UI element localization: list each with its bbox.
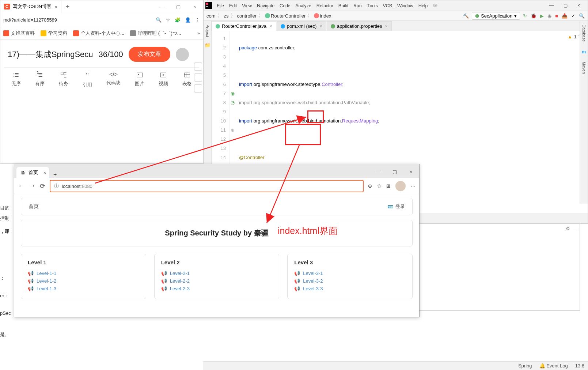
close-icon[interactable]: × bbox=[319, 23, 322, 29]
close-icon[interactable]: × bbox=[575, 2, 582, 9]
menu-run[interactable]: Run bbox=[351, 2, 364, 9]
run-icon[interactable]: ↻ bbox=[523, 13, 527, 19]
editor-tab[interactable]: RouterController.java× bbox=[212, 21, 276, 31]
horn-icon: 📢 bbox=[28, 278, 34, 284]
layout-tool-icon[interactable] bbox=[194, 73, 202, 82]
new-tab-button[interactable]: + bbox=[61, 3, 74, 11]
home-link[interactable]: 首页 bbox=[29, 203, 39, 210]
menu-file[interactable]: File bbox=[215, 2, 226, 9]
preview-tool-icon[interactable] bbox=[194, 84, 202, 92]
favorites-icon[interactable]: ✩ bbox=[377, 183, 381, 189]
event-log[interactable]: 🔔 Event Log bbox=[539, 363, 568, 369]
git-update-icon[interactable]: 📥 bbox=[562, 13, 568, 19]
project-tool[interactable]: Project bbox=[205, 24, 210, 37]
url-text[interactable]: md/?articleId=112705589 bbox=[3, 17, 152, 23]
level-link[interactable]: 📢Level-1-3 bbox=[28, 286, 139, 291]
minimize-icon[interactable]: — bbox=[547, 2, 556, 9]
minimize-icon[interactable]: — bbox=[153, 0, 170, 13]
maximize-icon[interactable]: ▢ bbox=[170, 0, 186, 13]
spring-status[interactable]: Spring bbox=[518, 363, 532, 369]
close-icon[interactable]: × bbox=[269, 23, 272, 29]
close-icon[interactable]: × bbox=[54, 4, 57, 10]
build-icon[interactable]: 🔨 bbox=[463, 13, 469, 19]
menu-refactor[interactable]: Refactor bbox=[314, 2, 335, 9]
structure-icon[interactable]: 📁 bbox=[205, 42, 210, 48]
new-tab-button[interactable]: + bbox=[49, 171, 61, 178]
star-icon[interactable]: ☆ bbox=[166, 17, 170, 23]
minimize-icon[interactable]: — bbox=[370, 165, 386, 178]
user-avatar[interactable] bbox=[176, 48, 189, 61]
feedback-icon[interactable]: ⊕ bbox=[368, 183, 372, 189]
menu-icon[interactable]: ⋮ bbox=[195, 17, 200, 23]
tb-quote[interactable]: "引用 bbox=[83, 71, 92, 88]
forward-icon[interactable]: → bbox=[29, 182, 35, 190]
level-link[interactable]: 📢Level-2-1 bbox=[161, 271, 273, 276]
bookmark-item[interactable]: 学习资料 bbox=[41, 30, 67, 37]
reload-icon[interactable]: ⟳ bbox=[40, 182, 45, 190]
menu-tools[interactable]: Tools bbox=[365, 2, 380, 9]
editor-tab[interactable]: application.properties× bbox=[327, 21, 392, 31]
menu-navigate[interactable]: Navigate bbox=[255, 2, 277, 9]
tb-video[interactable]: 视频 bbox=[159, 71, 168, 88]
edge-tab[interactable]: 🗎 首页 × bbox=[16, 167, 49, 178]
close-icon[interactable]: × bbox=[403, 165, 419, 178]
git-commit-icon[interactable]: ✓ bbox=[571, 13, 575, 19]
menu-view[interactable]: View bbox=[240, 2, 254, 9]
level-link[interactable]: 📢Level-1-1 bbox=[28, 271, 139, 276]
level-link[interactable]: 📢Level-3-1 bbox=[294, 271, 406, 276]
database-tool[interactable]: Database bbox=[582, 24, 586, 42]
profile-avatar[interactable] bbox=[395, 181, 406, 191]
level-link[interactable]: 📢Level-3-2 bbox=[294, 278, 406, 284]
level-link[interactable]: 📢Level-2-3 bbox=[161, 286, 273, 291]
menu-build[interactable]: Build bbox=[336, 2, 350, 9]
profile-icon[interactable]: ◉ bbox=[547, 13, 551, 19]
bookmark-item[interactable]: 哔哩哔哩 (゜-゜)つ... bbox=[130, 30, 181, 37]
class-icon bbox=[265, 13, 270, 18]
profile-icon[interactable]: 👤 bbox=[185, 17, 191, 23]
breadcrumbs[interactable]: com〉 zs〉 controller〉 RouterController〉 i… bbox=[206, 12, 331, 19]
search-everywhere-icon[interactable]: 🔍 bbox=[579, 13, 585, 19]
layout-tool-icon[interactable] bbox=[194, 63, 202, 71]
tb-codeblock[interactable]: </>代码块 bbox=[106, 71, 121, 88]
level-link[interactable]: 📢Level-1-2 bbox=[28, 278, 139, 284]
minimize-icon[interactable]: — bbox=[573, 225, 578, 233]
login-link[interactable]: 🪪登录 bbox=[387, 203, 405, 210]
gear-icon[interactable]: ⚙ bbox=[566, 225, 570, 233]
close-icon[interactable]: × bbox=[43, 170, 46, 175]
publish-button[interactable]: 发布文章 bbox=[129, 47, 170, 62]
back-icon[interactable]: ← bbox=[18, 182, 24, 190]
menu-code[interactable]: Code bbox=[277, 2, 292, 9]
maven-tool[interactable]: Maven bbox=[582, 62, 586, 74]
level-link[interactable]: 📢Level-2-2 bbox=[161, 278, 273, 284]
run-coverage-icon[interactable]: ▶ bbox=[540, 13, 544, 19]
collections-icon[interactable]: ⊞ bbox=[386, 183, 390, 189]
editor-tab[interactable]: pom.xml (sec)× bbox=[277, 21, 326, 31]
extensions-icon[interactable]: 🧩 bbox=[175, 17, 181, 23]
tb-todo[interactable]: 待办 bbox=[59, 71, 68, 88]
maximize-icon[interactable]: ▢ bbox=[386, 165, 403, 178]
close-icon[interactable]: × bbox=[186, 0, 203, 13]
bookmark-item[interactable]: 个人资料-个人中心... bbox=[73, 30, 124, 37]
level-link[interactable]: 📢Level-3-3 bbox=[294, 286, 406, 291]
menu-help[interactable]: Help bbox=[416, 2, 430, 9]
info-icon[interactable]: ⓘ bbox=[54, 183, 59, 189]
menu-icon[interactable]: ⋯ bbox=[411, 183, 416, 189]
menu-vcs[interactable]: VCS bbox=[381, 2, 394, 9]
tb-ordered-list[interactable]: 1有序 bbox=[35, 71, 45, 88]
stop-icon[interactable]: ■ bbox=[555, 13, 558, 19]
debug-icon[interactable]: 🐞 bbox=[531, 13, 536, 19]
maximize-icon[interactable]: ▢ bbox=[561, 2, 570, 9]
more-bookmarks[interactable]: » bbox=[197, 30, 200, 36]
menu-edit[interactable]: Edit bbox=[227, 2, 239, 9]
menu-analyze[interactable]: Analyze bbox=[293, 2, 314, 9]
tb-table[interactable]: 表格 bbox=[182, 71, 192, 88]
csdn-tab[interactable]: C 写文章-CSDN博客 × bbox=[0, 0, 61, 13]
close-icon[interactable]: × bbox=[385, 23, 388, 29]
tb-image[interactable]: 图片 bbox=[135, 71, 144, 88]
tb-unordered-list[interactable]: 无序 bbox=[11, 71, 21, 88]
menu-window[interactable]: Window bbox=[395, 2, 416, 9]
run-config-select[interactable]: ⬢ SecApplication ▾ bbox=[472, 12, 520, 20]
url-field[interactable]: ⓘ localhost:8080 bbox=[50, 180, 364, 192]
bookmark-item[interactable]: 文维基百科 bbox=[3, 30, 35, 37]
search-icon[interactable]: 🔍 bbox=[156, 17, 162, 23]
